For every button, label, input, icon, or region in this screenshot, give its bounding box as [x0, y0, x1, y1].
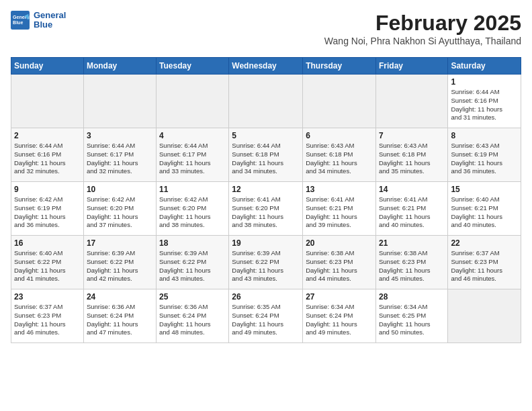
calendar-cell: 1Sunrise: 6:44 AM Sunset: 6:16 PM Daylig… [448, 75, 521, 128]
calendar-week-row: 23Sunrise: 6:37 AM Sunset: 6:23 PM Dayli… [11, 289, 521, 343]
calendar-cell: 2Sunrise: 6:44 AM Sunset: 6:16 PM Daylig… [11, 128, 84, 182]
calendar-body: 1Sunrise: 6:44 AM Sunset: 6:16 PM Daylig… [11, 75, 521, 343]
day-number: 6 [306, 131, 373, 140]
day-info: Sunrise: 6:44 AM Sunset: 6:17 PM Dayligh… [87, 142, 153, 176]
calendar-header-thursday: Thursday [303, 58, 376, 75]
day-number: 9 [14, 185, 81, 194]
day-info: Sunrise: 6:44 AM Sunset: 6:16 PM Dayligh… [451, 88, 518, 122]
day-info: Sunrise: 6:43 AM Sunset: 6:18 PM Dayligh… [306, 142, 373, 176]
day-number: 11 [159, 185, 226, 194]
calendar-header-sunday: Sunday [11, 58, 84, 75]
day-info: Sunrise: 6:41 AM Sunset: 6:20 PM Dayligh… [232, 195, 300, 230]
svg-text:Blue: Blue [13, 21, 23, 26]
calendar-cell: 22Sunrise: 6:37 AM Sunset: 6:23 PM Dayli… [448, 236, 521, 289]
calendar-cell: 7Sunrise: 6:43 AM Sunset: 6:18 PM Daylig… [375, 128, 447, 182]
calendar-header-saturday: Saturday [448, 58, 521, 75]
day-info: Sunrise: 6:39 AM Sunset: 6:22 PM Dayligh… [232, 249, 300, 283]
day-info: Sunrise: 6:38 AM Sunset: 6:23 PM Dayligh… [306, 249, 373, 283]
day-info: Sunrise: 6:35 AM Sunset: 6:24 PM Dayligh… [232, 303, 300, 337]
day-info: Sunrise: 6:39 AM Sunset: 6:22 PM Dayligh… [159, 249, 226, 283]
logo-icon: General Blue [11, 11, 30, 30]
day-info: Sunrise: 6:40 AM Sunset: 6:21 PM Dayligh… [451, 195, 518, 230]
calendar-cell: 18Sunrise: 6:39 AM Sunset: 6:22 PM Dayli… [157, 236, 229, 289]
calendar-cell: 25Sunrise: 6:36 AM Sunset: 6:24 PM Dayli… [157, 289, 229, 343]
day-info: Sunrise: 6:34 AM Sunset: 6:25 PM Dayligh… [379, 303, 445, 337]
day-number: 3 [87, 131, 153, 140]
day-info: Sunrise: 6:36 AM Sunset: 6:24 PM Dayligh… [87, 303, 153, 337]
day-number: 15 [451, 185, 518, 194]
calendar-week-row: 2Sunrise: 6:44 AM Sunset: 6:16 PM Daylig… [11, 128, 521, 182]
day-number: 23 [14, 292, 81, 302]
calendar-header-row: SundayMondayTuesdayWednesdayThursdayFrid… [11, 58, 521, 75]
calendar-cell [303, 75, 376, 128]
day-info: Sunrise: 6:37 AM Sunset: 6:23 PM Dayligh… [451, 249, 518, 283]
calendar-cell: 14Sunrise: 6:41 AM Sunset: 6:21 PM Dayli… [375, 182, 447, 236]
calendar-cell: 10Sunrise: 6:42 AM Sunset: 6:20 PM Dayli… [83, 182, 156, 236]
logo-line1: General [34, 11, 66, 20]
day-info: Sunrise: 6:44 AM Sunset: 6:18 PM Dayligh… [232, 142, 300, 176]
day-number: 13 [306, 185, 373, 194]
day-number: 20 [306, 238, 373, 248]
calendar-cell: 12Sunrise: 6:41 AM Sunset: 6:20 PM Dayli… [229, 182, 303, 236]
calendar-cell [448, 289, 521, 343]
calendar-header-wednesday: Wednesday [229, 58, 303, 75]
day-number: 18 [159, 238, 226, 248]
calendar-cell [11, 75, 84, 128]
day-number: 1 [451, 77, 518, 87]
day-number: 7 [379, 131, 445, 140]
logo: General Blue General Blue [11, 11, 66, 30]
day-info: Sunrise: 6:36 AM Sunset: 6:24 PM Dayligh… [159, 303, 226, 337]
calendar-week-row: 16Sunrise: 6:40 AM Sunset: 6:22 PM Dayli… [11, 236, 521, 289]
calendar-cell: 17Sunrise: 6:39 AM Sunset: 6:22 PM Dayli… [83, 236, 156, 289]
day-number: 2 [14, 131, 81, 140]
day-number: 27 [306, 292, 373, 302]
calendar-header-tuesday: Tuesday [157, 58, 229, 75]
logo-line2: Blue [34, 20, 66, 30]
calendar-cell [83, 75, 156, 128]
calendar-cell: 19Sunrise: 6:39 AM Sunset: 6:22 PM Dayli… [229, 236, 303, 289]
calendar-cell: 13Sunrise: 6:41 AM Sunset: 6:21 PM Dayli… [303, 182, 376, 236]
day-info: Sunrise: 6:44 AM Sunset: 6:16 PM Dayligh… [14, 142, 81, 176]
day-number: 19 [232, 238, 300, 248]
day-number: 26 [232, 292, 300, 302]
day-number: 24 [87, 292, 153, 302]
calendar-cell: 9Sunrise: 6:42 AM Sunset: 6:19 PM Daylig… [11, 182, 84, 236]
day-info: Sunrise: 6:37 AM Sunset: 6:23 PM Dayligh… [14, 303, 81, 337]
day-info: Sunrise: 6:43 AM Sunset: 6:19 PM Dayligh… [451, 142, 518, 176]
day-info: Sunrise: 6:38 AM Sunset: 6:23 PM Dayligh… [379, 249, 445, 283]
day-number: 5 [232, 131, 300, 140]
day-info: Sunrise: 6:34 AM Sunset: 6:24 PM Dayligh… [306, 303, 373, 337]
day-number: 14 [379, 185, 445, 194]
day-info: Sunrise: 6:41 AM Sunset: 6:21 PM Dayligh… [379, 195, 445, 230]
calendar-cell: 11Sunrise: 6:42 AM Sunset: 6:20 PM Dayli… [157, 182, 229, 236]
day-info: Sunrise: 6:42 AM Sunset: 6:20 PM Dayligh… [87, 195, 153, 230]
day-number: 16 [14, 238, 81, 248]
calendar-cell: 8Sunrise: 6:43 AM Sunset: 6:19 PM Daylig… [448, 128, 521, 182]
calendar-cell: 28Sunrise: 6:34 AM Sunset: 6:25 PM Dayli… [375, 289, 447, 343]
day-info: Sunrise: 6:39 AM Sunset: 6:22 PM Dayligh… [87, 249, 153, 283]
day-info: Sunrise: 6:40 AM Sunset: 6:22 PM Dayligh… [14, 249, 81, 283]
calendar-title: February 2025 [324, 11, 521, 36]
day-number: 28 [379, 292, 445, 302]
day-number: 4 [159, 131, 226, 140]
day-info: Sunrise: 6:44 AM Sunset: 6:17 PM Dayligh… [159, 142, 226, 176]
calendar-subtitle: Wang Noi, Phra Nakhon Si Ayutthaya, Thai… [324, 36, 521, 46]
day-number: 8 [451, 131, 518, 140]
calendar-cell: 16Sunrise: 6:40 AM Sunset: 6:22 PM Dayli… [11, 236, 84, 289]
calendar-cell: 4Sunrise: 6:44 AM Sunset: 6:17 PM Daylig… [157, 128, 229, 182]
day-number: 21 [379, 238, 445, 248]
day-number: 22 [451, 238, 518, 248]
calendar-cell: 20Sunrise: 6:38 AM Sunset: 6:23 PM Dayli… [303, 236, 376, 289]
calendar-cell: 21Sunrise: 6:38 AM Sunset: 6:23 PM Dayli… [375, 236, 447, 289]
calendar-cell [229, 75, 303, 128]
day-number: 10 [87, 185, 153, 194]
calendar-cell: 24Sunrise: 6:36 AM Sunset: 6:24 PM Dayli… [83, 289, 156, 343]
calendar-cell: 27Sunrise: 6:34 AM Sunset: 6:24 PM Dayli… [303, 289, 376, 343]
day-info: Sunrise: 6:42 AM Sunset: 6:20 PM Dayligh… [159, 195, 226, 230]
calendar-cell [157, 75, 229, 128]
calendar-header-monday: Monday [83, 58, 156, 75]
calendar-header-friday: Friday [375, 58, 447, 75]
calendar-cell: 23Sunrise: 6:37 AM Sunset: 6:23 PM Dayli… [11, 289, 84, 343]
calendar-cell: 26Sunrise: 6:35 AM Sunset: 6:24 PM Dayli… [229, 289, 303, 343]
day-number: 17 [87, 238, 153, 248]
